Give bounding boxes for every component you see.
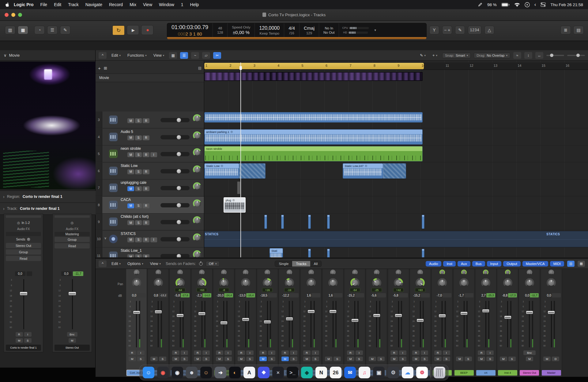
region-ambiant-parking-1[interactable]: ambiant parking.1◎ [204,129,423,145]
send-knob[interactable] [374,270,379,275]
track-s-button[interactable]: S [135,118,142,123]
volume-db[interactable]: 0,0 [15,271,25,276]
count-in-button[interactable]: 1234 [468,26,481,34]
close-button[interactable] [5,13,9,17]
menu-record[interactable]: Record [106,2,126,7]
track-s-button[interactable]: S [135,203,142,208]
track-pan-knob[interactable] [193,199,201,208]
sends-slot[interactable]: Sends [6,237,41,242]
lcd-options-icon[interactable]: ▾ [372,23,379,37]
send-knob[interactable] [177,270,183,275]
scissors-tool-icon[interactable]: ✂ [213,52,221,59]
automation-curve-icon[interactable]: ~ [191,52,199,59]
pan-knob[interactable] [285,278,294,287]
send-knob[interactable] [548,270,554,275]
input-monitor-button[interactable]: I [202,350,210,355]
record-enable-button[interactable]: R [259,350,267,355]
pan-value[interactable]: -8 [219,288,229,292]
track-volume-slider[interactable] [160,220,190,224]
add-track-button[interactable]: + [98,66,101,71]
menu-navigate[interactable]: Navigate [82,2,106,7]
record-enable-button[interactable]: R [16,332,23,337]
slider-thumb[interactable] [176,237,181,242]
mute-button[interactable]: M [347,357,354,361]
region-Static-Low[interactable]: Static Low◎ [204,163,239,179]
menu-track[interactable]: Track [65,2,82,7]
filter-bus[interactable]: Bus [472,261,485,267]
dock-notion[interactable]: N [315,367,327,378]
list-editors-icon[interactable]: ≣ [560,26,571,34]
track-header-6[interactable]: 6Static LowMSR [96,163,204,180]
track-m-button[interactable]: M [127,118,134,123]
movie-film-strip[interactable] [204,72,423,81]
send-knob[interactable] [330,270,336,275]
fader-thumb[interactable] [68,292,76,296]
track-r-button[interactable]: R [143,152,149,157]
lcd-key-section[interactable]: Cmaj 129 [300,23,319,37]
track-m-button[interactable]: M [127,169,134,174]
solo-button[interactable]: S [202,357,210,361]
bounce-button[interactable]: Bnc [67,332,77,337]
volume-db[interactable]: -5,6 [367,294,376,297]
track-r-button[interactable]: R [143,169,149,174]
track-s-button[interactable]: S [135,169,142,174]
mixer-channel-Static-Low-1[interactable]: -64-15,2361218243036455260RIMSStatic Low… [345,269,366,377]
solo-button[interactable]: S [508,357,516,361]
send-knob[interactable] [287,270,292,275]
track-i-button[interactable]: I [150,152,157,157]
plus-tool-menu[interactable]: +▾ [431,53,439,58]
library-toggle-icon[interactable]: ▥ [5,26,15,34]
timeline[interactable]: 12345678910111213141516 ambiant parking.… [204,61,588,257]
mixer-channel-BASS[interactable]: -7,0361218243036455260RIMSBASS [432,269,453,377]
solo-button[interactable]: S [159,357,166,361]
stack-disclosure-icon[interactable]: ∨ [104,236,107,240]
menu-view[interactable]: View [140,2,156,7]
strip-name[interactable]: Corto tv render final 1 [6,345,41,351]
volume-fader[interactable]: 361218243036455260 [301,300,321,349]
zoom-button[interactable] [18,13,22,17]
record-enable-button[interactable]: R [478,350,485,355]
lcd-time-section[interactable]: 01:00:03:00.79 0002 3 1 80 [167,23,213,37]
vertical-zoom-slider[interactable] [546,55,564,56]
send-knob[interactable] [505,270,511,275]
fx-slot-empty[interactable] [6,232,41,236]
volume-db[interactable]: -20,0 [214,294,224,297]
mixer-channel-Stereo-Out[interactable]: 0,0-11,7361218243036455260BncMStereo Out [519,269,540,377]
send-knob[interactable] [483,270,488,275]
volume-fader[interactable]: 361218243036455260 [279,300,300,349]
track-header-3[interactable]: 3MSR [96,112,204,128]
pan-knob[interactable] [525,278,534,287]
horizontal-zoom-slider[interactable] [567,55,585,56]
input-monitor-button[interactable]: I [312,350,319,355]
track-s-button[interactable]: S [135,237,142,242]
input-monitor-button[interactable]: I [443,350,450,355]
channel-name[interactable]: crt [476,370,496,376]
chevron-icon[interactable]: › [3,194,5,199]
playhead[interactable] [240,62,241,257]
track-info-row[interactable]: › Track: Corto tv render final 1 [0,202,96,215]
dock-shortcuts-arrow[interactable]: ➔ [215,367,226,378]
track-r-button[interactable]: R [143,254,149,257]
menu-help[interactable]: Help [187,2,202,7]
send-knob[interactable] [417,270,423,275]
track-header-9[interactable]: 9Chilido (att c fort)MSR [96,214,204,230]
mute-button[interactable]: M [500,357,507,361]
fader-thumb[interactable] [417,319,424,322]
fader-thumb[interactable] [20,292,28,296]
fader-thumb[interactable] [329,310,337,313]
send-knob[interactable] [243,270,248,275]
output-slot[interactable]: Stereo Out [6,243,41,248]
channel-name[interactable]: Inst 4 [498,370,517,376]
filter-audio[interactable]: Audio [426,261,441,267]
track-m-button[interactable]: M [127,220,134,225]
play-status-icon[interactable] [525,2,530,7]
track-pan-knob[interactable] [193,165,201,174]
fader-thumb[interactable] [220,321,228,325]
control-center-icon[interactable] [541,2,546,7]
format-slot[interactable]: ◎ [55,220,90,225]
input-monitor-button[interactable]: I [421,350,428,355]
track-m-button[interactable]: M [127,237,134,242]
send-knob[interactable] [27,237,31,241]
stack-region[interactable]: STATICSSTATICS [204,231,588,247]
drag-menu[interactable]: Drag:No Overlap▾ [474,53,510,58]
